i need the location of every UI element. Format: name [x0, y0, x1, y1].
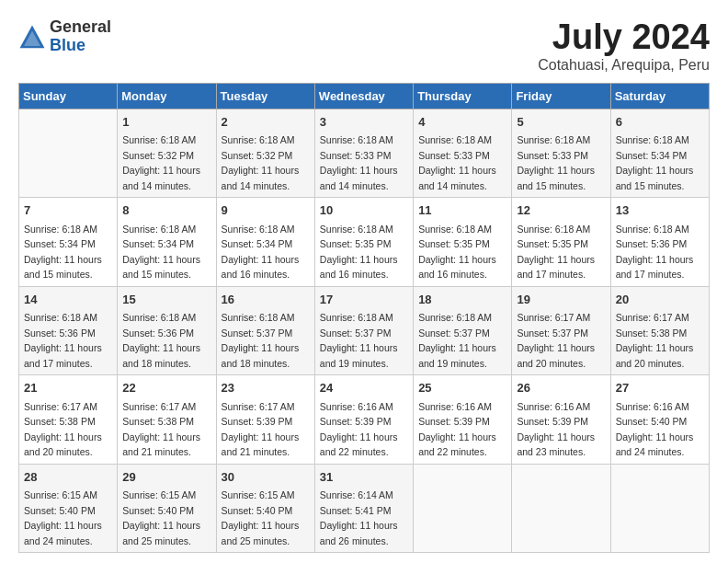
day-info: Sunrise: 6:18 AM Sunset: 5:34 PM Dayligh… [222, 224, 300, 281]
day-number: 17 [320, 291, 408, 309]
day-number: 5 [517, 113, 605, 132]
day-info: Sunrise: 6:18 AM Sunset: 5:36 PM Dayligh… [24, 312, 102, 369]
day-info: Sunrise: 6:18 AM Sunset: 5:36 PM Dayligh… [616, 224, 694, 281]
day-info: Sunrise: 6:18 AM Sunset: 5:36 PM Dayligh… [122, 312, 200, 369]
calendar-cell: 6Sunrise: 6:18 AM Sunset: 5:34 PM Daylig… [610, 109, 709, 198]
day-number: 4 [418, 113, 506, 132]
day-number: 16 [222, 291, 310, 309]
day-number: 12 [517, 201, 605, 220]
calendar-cell: 14Sunrise: 6:18 AM Sunset: 5:36 PM Dayli… [19, 286, 118, 375]
day-info: Sunrise: 6:14 AM Sunset: 5:41 PM Dayligh… [320, 489, 398, 546]
day-info: Sunrise: 6:18 AM Sunset: 5:35 PM Dayligh… [320, 224, 398, 281]
header-row: SundayMondayTuesdayWednesdayThursdayFrid… [19, 83, 710, 109]
calendar-cell [19, 109, 118, 198]
day-info: Sunrise: 6:18 AM Sunset: 5:34 PM Dayligh… [616, 134, 694, 191]
calendar-cell: 20Sunrise: 6:17 AM Sunset: 5:38 PM Dayli… [610, 286, 709, 375]
calendar-cell: 22Sunrise: 6:17 AM Sunset: 5:38 PM Dayli… [118, 375, 216, 465]
calendar-cell: 15Sunrise: 6:18 AM Sunset: 5:36 PM Dayli… [118, 286, 216, 375]
day-number: 3 [320, 113, 408, 132]
title-block: July 2024 Cotahuasi, Arequipa, Peru [538, 18, 710, 74]
day-info: Sunrise: 6:17 AM Sunset: 5:38 PM Dayligh… [24, 401, 102, 458]
calendar-cell: 24Sunrise: 6:16 AM Sunset: 5:39 PM Dayli… [314, 375, 413, 465]
calendar-cell: 11Sunrise: 6:18 AM Sunset: 5:35 PM Dayli… [414, 198, 512, 287]
day-info: Sunrise: 6:15 AM Sunset: 5:40 PM Dayligh… [24, 489, 102, 546]
calendar-cell [610, 464, 709, 553]
day-number: 6 [616, 113, 704, 132]
day-number: 9 [222, 201, 310, 220]
calendar-table: SundayMondayTuesdayWednesdayThursdayFrid… [18, 83, 710, 554]
day-info: Sunrise: 6:18 AM Sunset: 5:37 PM Dayligh… [320, 312, 398, 369]
day-number: 31 [320, 468, 408, 487]
day-info: Sunrise: 6:15 AM Sunset: 5:40 PM Dayligh… [122, 489, 200, 546]
page-header: General Blue July 2024 Cotahuasi, Arequi… [18, 18, 710, 74]
day-number: 13 [616, 201, 704, 220]
day-number: 30 [222, 468, 310, 487]
day-info: Sunrise: 6:18 AM Sunset: 5:37 PM Dayligh… [222, 312, 300, 369]
header-day-thursday: Thursday [414, 83, 512, 109]
day-number: 1 [122, 113, 210, 132]
calendar-week-5: 28Sunrise: 6:15 AM Sunset: 5:40 PM Dayli… [19, 464, 710, 553]
calendar-cell: 30Sunrise: 6:15 AM Sunset: 5:40 PM Dayli… [216, 464, 314, 553]
day-number: 15 [122, 291, 210, 309]
day-number: 11 [418, 201, 506, 220]
logo-icon [18, 24, 46, 52]
day-info: Sunrise: 6:18 AM Sunset: 5:35 PM Dayligh… [517, 224, 595, 281]
calendar-body: 1Sunrise: 6:18 AM Sunset: 5:32 PM Daylig… [19, 109, 710, 553]
day-info: Sunrise: 6:16 AM Sunset: 5:40 PM Dayligh… [616, 401, 694, 458]
day-number: 7 [24, 201, 112, 220]
day-info: Sunrise: 6:18 AM Sunset: 5:33 PM Dayligh… [320, 134, 398, 191]
day-info: Sunrise: 6:18 AM Sunset: 5:33 PM Dayligh… [418, 134, 496, 191]
day-number: 10 [320, 201, 408, 220]
month-title: July 2024 [538, 18, 710, 57]
calendar-cell: 21Sunrise: 6:17 AM Sunset: 5:38 PM Dayli… [19, 375, 118, 465]
day-info: Sunrise: 6:17 AM Sunset: 5:39 PM Dayligh… [222, 401, 300, 458]
day-info: Sunrise: 6:15 AM Sunset: 5:40 PM Dayligh… [222, 489, 300, 546]
header-day-friday: Friday [512, 83, 610, 109]
day-number: 22 [122, 379, 210, 397]
calendar-week-1: 1Sunrise: 6:18 AM Sunset: 5:32 PM Daylig… [19, 109, 710, 198]
header-day-wednesday: Wednesday [314, 83, 413, 109]
calendar-header: SundayMondayTuesdayWednesdayThursdayFrid… [19, 83, 710, 109]
calendar-cell: 18Sunrise: 6:18 AM Sunset: 5:37 PM Dayli… [414, 286, 512, 375]
calendar-cell: 9Sunrise: 6:18 AM Sunset: 5:34 PM Daylig… [216, 198, 314, 287]
calendar-cell: 8Sunrise: 6:18 AM Sunset: 5:34 PM Daylig… [118, 198, 216, 287]
calendar-cell: 25Sunrise: 6:16 AM Sunset: 5:39 PM Dayli… [414, 375, 512, 465]
calendar-week-4: 21Sunrise: 6:17 AM Sunset: 5:38 PM Dayli… [19, 375, 710, 465]
calendar-cell: 31Sunrise: 6:14 AM Sunset: 5:41 PM Dayli… [314, 464, 413, 553]
day-number: 18 [418, 291, 506, 309]
calendar-cell: 13Sunrise: 6:18 AM Sunset: 5:36 PM Dayli… [610, 198, 709, 287]
header-day-saturday: Saturday [610, 83, 709, 109]
day-info: Sunrise: 6:18 AM Sunset: 5:34 PM Dayligh… [24, 224, 102, 281]
day-number: 25 [418, 379, 506, 397]
day-info: Sunrise: 6:17 AM Sunset: 5:38 PM Dayligh… [122, 401, 200, 458]
day-info: Sunrise: 6:18 AM Sunset: 5:32 PM Dayligh… [122, 134, 200, 191]
calendar-cell: 29Sunrise: 6:15 AM Sunset: 5:40 PM Dayli… [118, 464, 216, 553]
day-info: Sunrise: 6:18 AM Sunset: 5:33 PM Dayligh… [517, 134, 595, 191]
day-number: 14 [24, 291, 112, 309]
day-number: 2 [222, 113, 310, 132]
calendar-week-2: 7Sunrise: 6:18 AM Sunset: 5:34 PM Daylig… [19, 198, 710, 287]
day-info: Sunrise: 6:16 AM Sunset: 5:39 PM Dayligh… [320, 401, 398, 458]
day-info: Sunrise: 6:17 AM Sunset: 5:38 PM Dayligh… [616, 312, 694, 369]
day-number: 23 [222, 379, 310, 397]
header-day-sunday: Sunday [19, 83, 118, 109]
logo: General Blue [18, 18, 111, 55]
calendar-cell: 28Sunrise: 6:15 AM Sunset: 5:40 PM Dayli… [19, 464, 118, 553]
day-info: Sunrise: 6:16 AM Sunset: 5:39 PM Dayligh… [517, 401, 595, 458]
calendar-cell: 7Sunrise: 6:18 AM Sunset: 5:34 PM Daylig… [19, 198, 118, 287]
calendar-cell: 10Sunrise: 6:18 AM Sunset: 5:35 PM Dayli… [314, 198, 413, 287]
calendar-cell: 26Sunrise: 6:16 AM Sunset: 5:39 PM Dayli… [512, 375, 610, 465]
location: Cotahuasi, Arequipa, Peru [538, 57, 710, 74]
calendar-week-3: 14Sunrise: 6:18 AM Sunset: 5:36 PM Dayli… [19, 286, 710, 375]
day-number: 26 [517, 379, 605, 397]
day-info: Sunrise: 6:18 AM Sunset: 5:32 PM Dayligh… [222, 134, 300, 191]
day-info: Sunrise: 6:17 AM Sunset: 5:37 PM Dayligh… [517, 312, 595, 369]
calendar-cell: 2Sunrise: 6:18 AM Sunset: 5:32 PM Daylig… [216, 109, 314, 198]
day-info: Sunrise: 6:18 AM Sunset: 5:35 PM Dayligh… [418, 224, 496, 281]
logo-blue: Blue [50, 37, 111, 55]
calendar-cell [512, 464, 610, 553]
day-number: 24 [320, 379, 408, 397]
calendar-cell: 5Sunrise: 6:18 AM Sunset: 5:33 PM Daylig… [512, 109, 610, 198]
day-number: 8 [122, 201, 210, 220]
day-number: 29 [122, 468, 210, 487]
